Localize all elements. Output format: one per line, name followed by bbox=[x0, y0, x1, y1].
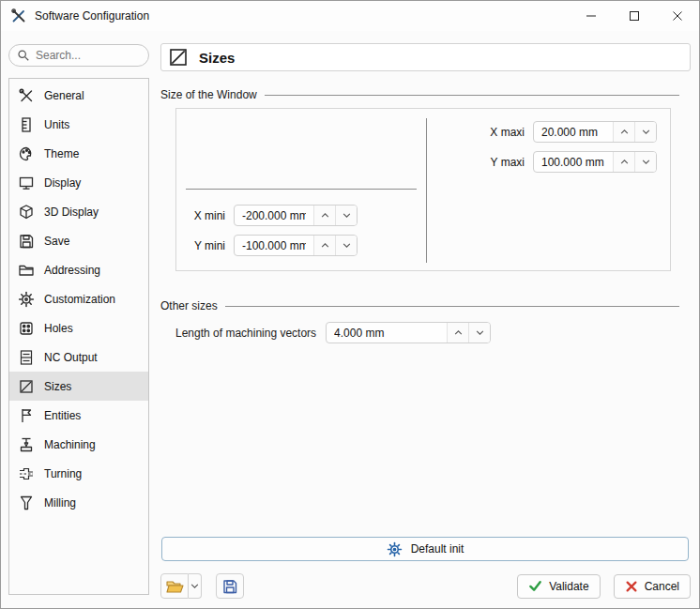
x-maxi-increment-button[interactable] bbox=[613, 122, 634, 142]
minimize-button[interactable] bbox=[570, 1, 613, 31]
sidebar: General Units bbox=[1, 31, 153, 608]
group-size-of-window: Size of the Window bbox=[160, 88, 691, 101]
chevron-down-icon bbox=[642, 160, 650, 164]
x-mini-increment-button[interactable] bbox=[313, 206, 335, 225]
chevron-down-icon bbox=[342, 213, 351, 218]
group-other-sizes: Other sizes bbox=[160, 299, 691, 312]
sidebar-item-machining[interactable]: Machining bbox=[9, 430, 148, 459]
sidebar-item-milling[interactable]: Milling bbox=[9, 488, 148, 517]
sidebar-item-label: Units bbox=[44, 118, 69, 131]
sidebar-item-sizes[interactable]: Sizes bbox=[9, 372, 148, 401]
sidebar-item-label: Holes bbox=[44, 322, 73, 335]
main-panel: Sizes Size of the Window X maxi bbox=[153, 31, 699, 608]
sidebar-item-theme[interactable]: Theme bbox=[9, 139, 148, 168]
save-settings-button[interactable] bbox=[216, 573, 244, 599]
x-icon bbox=[625, 580, 638, 593]
sidebar-item-addressing[interactable]: Addressing bbox=[9, 255, 148, 284]
units-icon bbox=[17, 115, 36, 134]
theme-icon bbox=[17, 145, 36, 163]
sidebar-item-label: Turning bbox=[44, 467, 82, 480]
y-mini-spinner bbox=[234, 235, 358, 256]
window-size-diagram: X maxi Y maxi bbox=[175, 108, 671, 271]
sidebar-item-3d-display[interactable]: 3D Display bbox=[9, 197, 148, 226]
search-box[interactable] bbox=[8, 44, 149, 67]
holes-icon bbox=[17, 319, 36, 338]
sidebar-item-units[interactable]: Units bbox=[9, 110, 148, 139]
sidebar-item-display[interactable]: Display bbox=[9, 168, 148, 197]
app-icon bbox=[10, 8, 27, 24]
y-mini-decrement-button[interactable] bbox=[335, 236, 357, 255]
y-maxi-decrement-button[interactable] bbox=[634, 152, 656, 172]
sidebar-item-entities[interactable]: Entities bbox=[9, 401, 148, 430]
machining-icon bbox=[17, 435, 36, 454]
page-header: Sizes bbox=[160, 43, 691, 71]
software-configuration-window: Software Configuration bbox=[0, 0, 700, 609]
y-maxi-increment-button[interactable] bbox=[613, 152, 634, 172]
group-divider bbox=[225, 306, 679, 307]
sizes-page-icon bbox=[167, 46, 190, 69]
milling-icon bbox=[17, 494, 36, 512]
chevron-up-icon bbox=[321, 243, 329, 248]
x-maxi-decrement-button[interactable] bbox=[634, 122, 656, 142]
x-mini-input[interactable] bbox=[235, 206, 313, 225]
sidebar-item-holes[interactable]: Holes bbox=[9, 313, 148, 343]
sidebar-item-nc-output[interactable]: NC Output bbox=[9, 343, 148, 372]
bottom-toolbar: Validate Cancel bbox=[160, 573, 691, 599]
sidebar-item-label: Theme bbox=[44, 147, 79, 160]
chevron-down-icon bbox=[190, 584, 199, 588]
y-mini-row: Y mini bbox=[186, 235, 358, 256]
vector-length-label: Length of machining vectors bbox=[175, 327, 316, 340]
titlebar: Software Configuration bbox=[1, 1, 699, 31]
sidebar-item-general[interactable]: General bbox=[9, 81, 148, 110]
sidebar-item-label: Display bbox=[44, 176, 81, 190]
sidebar-item-save[interactable]: Save bbox=[9, 226, 148, 255]
sidebar-item-customization[interactable]: Customization bbox=[9, 284, 148, 313]
cancel-label: Cancel bbox=[645, 580, 679, 593]
y-maxi-label: Y maxi bbox=[485, 156, 525, 169]
check-icon bbox=[528, 579, 542, 593]
window-controls bbox=[570, 1, 699, 31]
cancel-button[interactable]: Cancel bbox=[614, 574, 691, 599]
chevron-up-icon bbox=[454, 330, 463, 335]
x-mini-spinner bbox=[234, 205, 358, 226]
y-mini-increment-button[interactable] bbox=[313, 236, 335, 255]
open-file-dropdown-button[interactable] bbox=[189, 573, 202, 599]
flex-spacer bbox=[160, 343, 691, 537]
page-title: Sizes bbox=[199, 50, 235, 66]
y-mini-input[interactable] bbox=[235, 236, 313, 255]
group-title: Other sizes bbox=[160, 299, 218, 312]
gear-icon bbox=[17, 290, 36, 309]
x-extent-line bbox=[426, 118, 427, 263]
vector-length-decrement-button[interactable] bbox=[468, 323, 490, 343]
save-icon bbox=[17, 232, 36, 251]
x-maxi-label: X maxi bbox=[485, 126, 525, 139]
open-folder-icon bbox=[165, 578, 184, 595]
vector-length-input[interactable] bbox=[327, 323, 447, 343]
maximize-button[interactable] bbox=[613, 1, 656, 31]
default-init-button[interactable]: Default init bbox=[161, 537, 689, 561]
sidebar-item-label: General bbox=[44, 89, 84, 102]
x-maxi-input[interactable] bbox=[534, 122, 613, 142]
flag-icon bbox=[17, 406, 36, 425]
sidebar-item-label: Machining bbox=[44, 438, 96, 451]
search-input[interactable] bbox=[36, 49, 129, 62]
general-icon bbox=[17, 86, 36, 105]
y-mini-label: Y mini bbox=[186, 239, 225, 252]
maximize-icon bbox=[629, 10, 640, 22]
sidebar-item-label: Milling bbox=[44, 496, 76, 510]
sidebar-item-label: Customization bbox=[44, 293, 115, 306]
turning-icon bbox=[17, 464, 36, 483]
x-mini-decrement-button[interactable] bbox=[335, 206, 357, 225]
vector-length-increment-button[interactable] bbox=[447, 323, 468, 343]
sidebar-item-turning[interactable]: Turning bbox=[9, 459, 148, 488]
y-maxi-row: Y maxi bbox=[485, 151, 657, 173]
settings-nav-list: General Units bbox=[8, 78, 149, 595]
sidebar-item-label: Save bbox=[44, 235, 69, 248]
close-button[interactable] bbox=[656, 1, 699, 31]
default-init-label: Default init bbox=[411, 542, 464, 556]
y-maxi-input[interactable] bbox=[534, 152, 613, 172]
chevron-up-icon bbox=[620, 129, 629, 134]
validate-button[interactable]: Validate bbox=[517, 574, 600, 599]
open-file-button[interactable] bbox=[160, 573, 189, 599]
vector-length-spinner bbox=[326, 322, 491, 343]
